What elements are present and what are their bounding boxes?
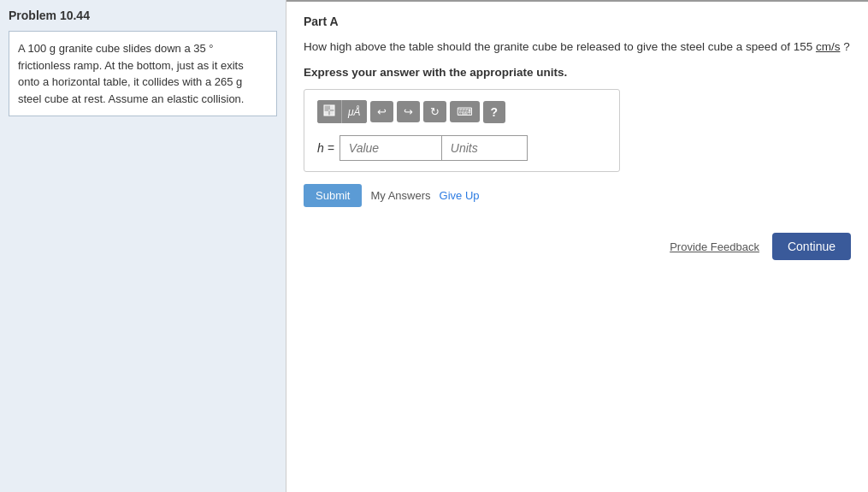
grid-icon-button[interactable] bbox=[317, 100, 342, 123]
continue-button[interactable]: Continue bbox=[772, 233, 851, 260]
svg-rect-2 bbox=[324, 111, 328, 116]
toolbar: μÅ ↩ ↪ ↻ ⌨ ? bbox=[317, 100, 606, 123]
value-input[interactable] bbox=[340, 135, 442, 161]
svg-rect-0 bbox=[324, 105, 328, 110]
h-label: h = bbox=[317, 141, 334, 155]
bottom-row: Provide Feedback Continue bbox=[304, 233, 851, 260]
give-up-link[interactable]: Give Up bbox=[440, 189, 480, 202]
keyboard-button[interactable]: ⌨ bbox=[450, 101, 480, 122]
unit-text: cm/s bbox=[816, 40, 841, 53]
svg-rect-1 bbox=[330, 105, 334, 110]
help-button[interactable]: ? bbox=[483, 101, 506, 123]
main-content: Part A How high above the table should t… bbox=[286, 0, 868, 492]
part-label: Part A bbox=[304, 15, 851, 28]
problem-title: Problem 10.44 bbox=[0, 9, 286, 31]
question-text: How high above the table should the gran… bbox=[304, 39, 851, 56]
answer-box: μÅ ↩ ↪ ↻ ⌨ ? h = bbox=[304, 89, 620, 172]
mu-a-button[interactable]: μÅ bbox=[342, 100, 367, 123]
provide-feedback-link[interactable]: Provide Feedback bbox=[670, 240, 759, 253]
sidebar: Problem 10.44 A 100 g granite cube slide… bbox=[0, 0, 286, 492]
express-text: Express your answer with the appropriate… bbox=[304, 66, 851, 79]
refresh-button[interactable]: ↻ bbox=[423, 101, 446, 122]
units-input[interactable] bbox=[442, 135, 528, 161]
my-answers-link[interactable]: My Answers bbox=[370, 189, 430, 202]
svg-rect-3 bbox=[330, 111, 334, 116]
toolbar-btn-group: μÅ bbox=[317, 100, 367, 123]
submit-button[interactable]: Submit bbox=[304, 184, 362, 207]
undo-button[interactable]: ↩ bbox=[370, 101, 393, 122]
redo-button[interactable]: ↪ bbox=[397, 101, 420, 122]
input-row: h = bbox=[317, 135, 606, 161]
problem-description: A 100 g granite cube slides down a 35 ° … bbox=[9, 31, 277, 116]
action-row: Submit My Answers Give Up bbox=[304, 184, 851, 207]
